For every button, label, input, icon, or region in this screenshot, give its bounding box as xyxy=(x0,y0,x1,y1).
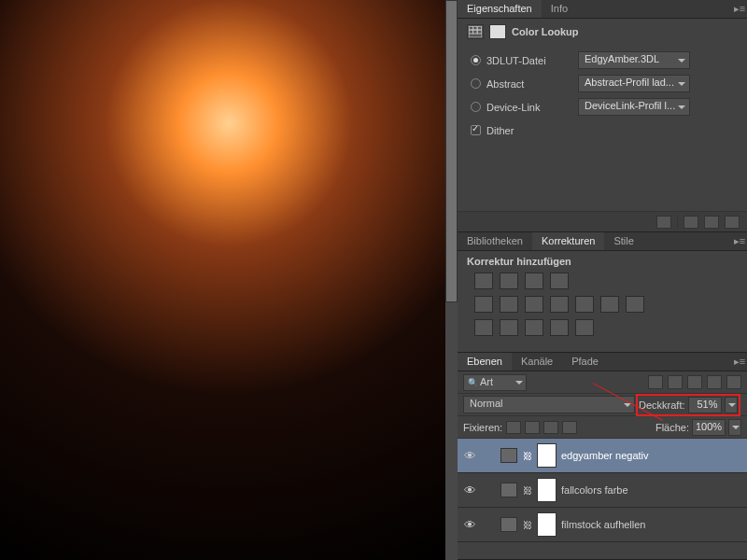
panel-menu-icon[interactable]: ▸≡ xyxy=(732,353,747,371)
photo-filter-icon[interactable] xyxy=(575,296,594,313)
layer-list: 👁 ⛓ edgyamber negativ 👁 ⛓ fallcolors far… xyxy=(458,439,747,559)
gradient-map-icon[interactable] xyxy=(550,319,569,336)
layer-visibility-icon[interactable]: 👁 xyxy=(458,518,482,532)
layer-name[interactable]: fallcolors farbe xyxy=(561,484,628,496)
threshold-icon[interactable] xyxy=(525,319,543,336)
opacity-popup-icon[interactable] xyxy=(725,397,738,413)
label-abstract: Abstract xyxy=(486,78,572,90)
radio-3dlut[interactable] xyxy=(471,55,481,65)
fill-popup-icon[interactable] xyxy=(728,419,741,436)
opacity-label[interactable]: Deckkraft: xyxy=(639,399,685,411)
clip-icon[interactable] xyxy=(656,216,671,229)
fill-label[interactable]: Fläche: xyxy=(655,422,689,433)
radio-devicelink[interactable] xyxy=(471,102,481,112)
selective-color-icon[interactable] xyxy=(575,319,594,336)
link-icon[interactable]: ⛓ xyxy=(522,451,532,461)
layer-name[interactable]: edgyamber negativ xyxy=(561,450,649,461)
exposure-icon[interactable] xyxy=(550,273,569,289)
opacity-input[interactable]: 51% xyxy=(688,397,722,413)
tab-eigenschaften[interactable]: Eigenschaften xyxy=(458,0,542,18)
layer-mask-thumb[interactable] xyxy=(537,478,557,502)
vibrance-icon[interactable] xyxy=(474,296,493,313)
mask-icon xyxy=(489,24,506,39)
filter-adjustment-icon[interactable] xyxy=(668,375,683,389)
channel-mixer-icon[interactable] xyxy=(600,296,619,313)
color-balance-icon[interactable] xyxy=(525,296,543,313)
fill-input[interactable]: 100% xyxy=(692,419,726,436)
bw-icon[interactable] xyxy=(550,296,569,313)
svg-rect-4 xyxy=(469,30,473,34)
color-lookup-icon[interactable] xyxy=(626,296,644,313)
lock-position-icon[interactable] xyxy=(543,421,558,434)
image-canvas[interactable] xyxy=(0,0,458,560)
dropdown-3dlut[interactable]: EdgyAmber.3DL xyxy=(578,51,690,69)
layer-name[interactable]: filmstock aufhellen xyxy=(561,519,646,530)
corrections-heading: Korrektur hinzufügen xyxy=(467,256,571,267)
svg-rect-1 xyxy=(469,26,473,30)
lock-label: Fixieren: xyxy=(463,422,502,433)
layers-tab-bar: Ebenen Kanäle Pfade ▸≡ xyxy=(458,353,747,371)
layer-item[interactable]: 👁 ⛓ edgyamber negativ xyxy=(458,439,747,473)
radio-abstract[interactable] xyxy=(471,78,481,89)
corrections-tab-bar: Bibliotheken Korrekturen Stile ▸≡ xyxy=(458,232,747,251)
tab-info[interactable]: Info xyxy=(542,0,577,18)
svg-rect-0 xyxy=(469,26,482,37)
lock-transparency-icon[interactable] xyxy=(506,421,521,434)
layer-visibility-icon[interactable]: 👁 xyxy=(458,449,482,463)
lock-all-icon[interactable] xyxy=(562,421,577,434)
opacity-control: Deckkraft: 51% xyxy=(639,397,738,413)
filter-smart-icon[interactable] xyxy=(726,375,741,389)
panel-menu-icon[interactable]: ▸≡ xyxy=(732,0,747,18)
reset-icon[interactable] xyxy=(684,216,698,229)
adjustment-layer-icon xyxy=(500,483,517,497)
invert-icon[interactable] xyxy=(474,319,493,336)
checkbox-dither[interactable] xyxy=(471,125,481,135)
brightness-icon[interactable] xyxy=(474,273,493,289)
svg-rect-2 xyxy=(473,26,478,30)
panel-menu-icon[interactable]: ▸≡ xyxy=(732,232,747,250)
layer-filter-dropdown[interactable]: Art xyxy=(463,374,527,391)
posterize-icon[interactable] xyxy=(500,319,518,336)
tab-korrekturen[interactable]: Korrekturen xyxy=(532,232,604,250)
svg-rect-5 xyxy=(473,30,478,34)
layer-item[interactable]: 👁 ⛓ filmstock aufhellen xyxy=(458,508,747,542)
filter-pixel-icon[interactable] xyxy=(648,375,663,389)
dropdown-devicelink[interactable]: DeviceLink-Profil l... xyxy=(578,98,690,116)
grid-icon xyxy=(467,24,484,39)
levels-icon[interactable] xyxy=(500,273,518,289)
layer-item[interactable]: 👁 ⛓ fallcolors farbe xyxy=(458,473,747,508)
svg-rect-6 xyxy=(477,30,482,34)
link-icon[interactable]: ⛓ xyxy=(522,485,532,496)
tab-kanaele[interactable]: Kanäle xyxy=(512,353,562,371)
hue-sat-icon[interactable] xyxy=(500,296,518,313)
corrections-panel: Bibliotheken Korrekturen Stile ▸≡ Korrek… xyxy=(458,232,747,353)
lock-pixels-icon[interactable] xyxy=(525,421,540,434)
tab-stile[interactable]: Stile xyxy=(604,232,642,250)
svg-rect-3 xyxy=(477,26,482,30)
layer-mask-thumb[interactable] xyxy=(537,443,557,468)
properties-title: Color Lookup xyxy=(512,26,579,37)
tab-ebenen[interactable]: Ebenen xyxy=(458,353,512,371)
canvas-scrollbar[interactable] xyxy=(445,0,458,560)
filter-type-icon[interactable] xyxy=(687,375,702,389)
label-devicelink: Device-Link xyxy=(486,102,572,113)
adjustment-layer-icon xyxy=(500,517,517,532)
side-panels: Eigenschaften Info ▸≡ Color Lookup 3DLUT… xyxy=(458,0,747,560)
layer-mask-thumb[interactable] xyxy=(537,512,557,537)
filter-shape-icon[interactable] xyxy=(707,375,722,389)
label-dither: Dither xyxy=(486,125,514,136)
tab-pfade[interactable]: Pfade xyxy=(562,353,608,371)
adjustments-grid xyxy=(458,269,747,352)
blend-mode-dropdown[interactable]: Normal xyxy=(463,396,635,413)
tab-bibliotheken[interactable]: Bibliotheken xyxy=(458,232,532,250)
trash-icon[interactable] xyxy=(725,216,740,229)
dropdown-abstract[interactable]: Abstract-Profil lad... xyxy=(578,75,690,92)
link-icon[interactable]: ⛓ xyxy=(522,520,532,530)
properties-panel: Eigenschaften Info ▸≡ Color Lookup 3DLUT… xyxy=(458,0,747,232)
curves-icon[interactable] xyxy=(525,273,543,289)
layers-panel: Ebenen Kanäle Pfade ▸≡ Art Normal Deckkr… xyxy=(458,353,747,560)
layer-visibility-icon[interactable]: 👁 xyxy=(458,483,482,497)
properties-footer-icons xyxy=(458,211,747,231)
visibility-icon[interactable] xyxy=(704,216,719,229)
adjustment-layer-icon xyxy=(500,448,517,463)
